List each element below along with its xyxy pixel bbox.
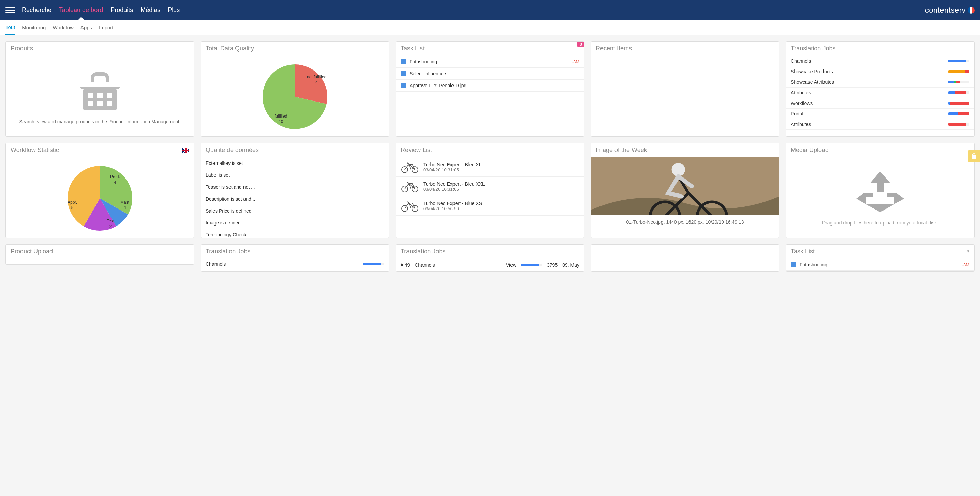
widget-produits: Produits Search, view and manage product… (5, 41, 194, 136)
brand-flag-icon (968, 7, 975, 14)
nav-medias[interactable]: Médias (140, 0, 160, 20)
review-row[interactable]: Turbo Neo Expert - Bleu XXL 03/04/20 10:… (396, 177, 584, 196)
widget-task-list-2: Task List 3 Fotoshooting -3M (786, 244, 975, 271)
image-week-caption: 01-Turbo-Neo.jpg, 1440 px, 1620 px, 10/2… (591, 215, 779, 229)
progress-bar (948, 123, 969, 126)
widget-title: Image of the Week (591, 143, 779, 157)
widget-title: Task List 3 (786, 245, 974, 259)
tj-label: Portal (791, 111, 803, 117)
widget-title: Produits (6, 41, 194, 56)
task-label: Fotoshooting (409, 59, 568, 64)
tj3-count: 3795 (547, 262, 557, 268)
tj-label: Channels (791, 58, 811, 64)
nav-tableau-de-bord[interactable]: Tableau de bord (59, 0, 103, 20)
widget-title: Recent Items (591, 41, 779, 56)
tab-tout[interactable]: Tout (5, 20, 15, 35)
progress-bar (521, 264, 542, 266)
tj-row[interactable]: Showcase Products (786, 67, 974, 77)
tab-monitoring[interactable]: Monitoring (22, 21, 46, 35)
task-list-2-title: Task List (791, 248, 815, 255)
tj-row[interactable]: Portal (786, 109, 974, 119)
tj-label: Channels (205, 261, 226, 267)
tab-workflow[interactable]: Workflow (52, 21, 73, 35)
widget-title: Translation Jobs (786, 41, 974, 56)
tj3-id: # 49 (401, 262, 410, 268)
widget-empty (590, 244, 780, 271)
svg-rect-4 (88, 101, 93, 106)
checkbox-icon[interactable] (401, 71, 406, 76)
dq-rule-row[interactable]: Description is set and... (201, 193, 389, 205)
svg-rect-6 (107, 101, 112, 106)
dq-rule-row[interactable]: Externalkey is set (201, 157, 389, 169)
widget-data-quality: Total Data Quality not fulfilled4fulfill… (200, 41, 390, 136)
tj3-row[interactable]: # 49 Channels View 3795 09. May (396, 259, 584, 271)
svg-rect-0 (83, 89, 117, 110)
nav-produits[interactable]: Produits (110, 0, 133, 20)
bike-icon (401, 161, 419, 173)
flag-gb-icon (183, 148, 189, 153)
task-row[interactable]: Select Influencers (396, 68, 584, 80)
tj3-view: View (506, 262, 516, 268)
progress-bar (948, 91, 969, 94)
task-list-2-count: 3 (967, 249, 969, 255)
lock-button[interactable] (968, 150, 980, 162)
progress-bar (948, 60, 969, 62)
tj-label: Attributes (791, 122, 811, 127)
tj-label: Attributes (791, 90, 811, 95)
bike-icon (401, 180, 419, 192)
widget-workflow-statistic: Workflow Statistic Prod.4Mast.1Text2Appr… (5, 143, 194, 238)
dq-rule-row[interactable]: Sales Price is defined (201, 205, 389, 217)
review-time: 03/04/20 10:31:05 (423, 167, 482, 173)
tj-row[interactable]: Workflows (786, 98, 974, 109)
task-time: -3M (962, 262, 969, 268)
widget-translation-jobs-3: Translation Jobs # 49 Channels View 3795… (396, 244, 584, 271)
review-row[interactable]: Turbo Neo Expert - Blue XS 03/04/20 10:5… (396, 196, 584, 216)
dq-rule-row[interactable]: Teaser is set and not ... (201, 181, 389, 193)
tab-apps[interactable]: Apps (81, 21, 92, 35)
checkbox-icon[interactable] (401, 83, 406, 88)
data-quality-body: not fulfilled4fulfilled10 (201, 56, 389, 136)
checkbox-icon[interactable] (791, 262, 796, 268)
review-row[interactable]: Turbo Neo Expert - Bleu XL 03/04/20 10:3… (396, 157, 584, 177)
checkbox-icon[interactable] (401, 59, 406, 64)
svg-rect-2 (97, 93, 103, 98)
tj-row[interactable]: Channels (201, 259, 389, 269)
nav-plus[interactable]: Plus (168, 0, 180, 20)
tj3-name: Channels (415, 262, 501, 268)
tab-import[interactable]: Import (99, 21, 113, 35)
tj-label: Showcase Products (791, 69, 833, 74)
tj-row[interactable]: Channels (786, 56, 974, 67)
task-row[interactable]: Approve File: People-D.jpg (396, 80, 584, 92)
progress-bar (948, 81, 969, 84)
dq-rule-row[interactable]: Label is set (201, 169, 389, 181)
brand-text: contentserv (925, 6, 966, 15)
produits-body[interactable]: Search, view and manage products in the … (6, 56, 194, 136)
pie-chart[interactable]: Prod.4Mast.1Text2Appr.5 (66, 164, 134, 232)
tj-row[interactable]: Showcase Attributes (786, 77, 974, 87)
widget-image-of-week: Image of the Week 01-Turbo-Neo.jpg, 1440… (590, 143, 780, 238)
qualite-body: Externalkey is setLabel is setTeaser is … (201, 157, 389, 238)
sub-nav: Tout Monitoring Workflow Apps Import (0, 20, 980, 35)
dq-rule-row[interactable]: Image is defined (201, 217, 389, 229)
pie-chart[interactable]: not fulfilled4fulfilled10 (261, 63, 329, 131)
tj-row[interactable]: Attributes (786, 87, 974, 98)
recent-items-body (591, 56, 779, 136)
widget-title: Product Upload (6, 245, 194, 259)
brand-logo: contentserv (925, 6, 975, 15)
task-row[interactable]: Fotoshooting -3M (786, 259, 974, 271)
review-title: Turbo Neo Expert - Bleu XL (423, 162, 482, 167)
media-upload-dropzone[interactable]: Drag and drop files here to upload from … (786, 157, 974, 238)
menu-icon[interactable] (5, 5, 15, 15)
widget-task-list: Task List 3 Fotoshooting -3M Select Infl… (396, 41, 584, 136)
image-week-body[interactable]: 01-Turbo-Neo.jpg, 1440 px, 1620 px, 10/2… (591, 157, 779, 238)
nav-recherche[interactable]: Recherche (22, 0, 51, 20)
tj-row[interactable]: Attributes (786, 119, 974, 130)
produits-desc: Search, view and manage products in the … (19, 119, 180, 124)
tj3-date: 09. May (562, 262, 579, 268)
task-list-body: Fotoshooting -3M Select Influencers Appr… (396, 56, 584, 136)
task-row[interactable]: Fotoshooting -3M (396, 56, 584, 68)
basket-icon (76, 68, 124, 112)
widget-title (591, 245, 779, 259)
svg-rect-1 (88, 93, 93, 98)
dq-rule-row[interactable]: Terminology Check (201, 229, 389, 238)
